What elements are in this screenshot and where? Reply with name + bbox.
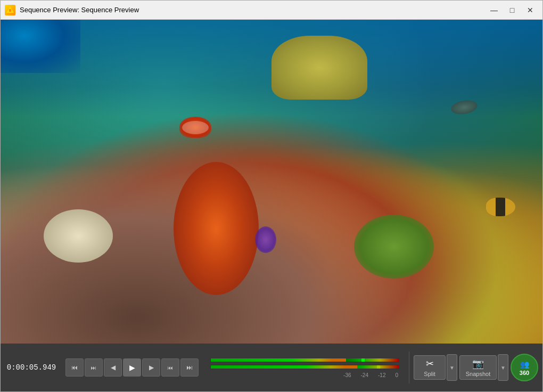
snapshot-label: Snapshot (466, 371, 490, 377)
go-to-start-button[interactable]: ⏮ (65, 358, 84, 377)
titlebar: Sequence Preview: Sequence Preview — □ ✕ (1, 1, 542, 20)
snapshot-dropdown-button[interactable]: ▼ (498, 354, 508, 381)
btn-360-label: 360 (520, 370, 529, 376)
window-title: Sequence Preview: Sequence Preview (20, 6, 486, 14)
meter-label-36: -36 (343, 372, 351, 378)
btn-360-button[interactable]: 360 (511, 354, 538, 381)
maximize-button[interactable]: □ (504, 4, 520, 17)
audio-meter-track-1 (210, 358, 399, 362)
meter-label-12: -12 (378, 372, 385, 378)
minimize-button[interactable]: — (486, 4, 502, 17)
blue-coral (1, 20, 80, 73)
main-window: Sequence Preview: Sequence Preview — □ ✕ (0, 0, 543, 392)
separator-1 (409, 352, 409, 383)
audio-meter-row-2 (210, 364, 399, 370)
video-preview-area (1, 20, 542, 344)
chevron-down-icon: ▼ (449, 365, 455, 371)
clownfish (179, 117, 211, 138)
anemone (174, 162, 259, 295)
step-forward-button[interactable]: ▶ (142, 358, 160, 377)
timecode-display: 0:00:05.949 (5, 363, 58, 372)
close-button[interactable]: ✕ (522, 4, 538, 17)
audio-meter-area: -36 -24 -12 0 (205, 357, 405, 378)
window-controls: — □ ✕ (486, 4, 538, 17)
scissors-icon: ✂ (426, 358, 434, 370)
meter-label-24: -24 (361, 372, 368, 378)
meter-label-0: 0 (395, 372, 398, 378)
purple-creature (255, 226, 276, 253)
chevron-down-icon-2: ▼ (500, 365, 506, 371)
previous-edit-button[interactable]: ⏭ (85, 358, 103, 377)
snapshot-button[interactable]: 📷 Snapshot (459, 355, 497, 380)
audio-meter-track-2 (210, 365, 399, 369)
transport-controls: ⏮ ⏭ ◀ ▶ ▶ ⏮ ⏭ (65, 358, 199, 377)
audio-meter-row-1 (210, 357, 399, 363)
split-label: Split (424, 371, 435, 377)
video-content (1, 20, 542, 344)
svg-rect-1 (9, 9, 11, 12)
app-icon (5, 5, 15, 15)
white-coral (44, 209, 113, 263)
video-frame (1, 20, 542, 344)
camera-icon: 📷 (472, 358, 484, 370)
split-dropdown-button[interactable]: ▼ (447, 354, 457, 381)
controls-bar: 0:00:05.949 ⏮ ⏭ ◀ ▶ ▶ ⏮ ⏭ (1, 344, 542, 391)
split-button[interactable]: ✂ Split (414, 355, 446, 380)
play-button[interactable]: ▶ (123, 358, 141, 377)
next-edit-button[interactable]: ⏮ (161, 358, 179, 377)
green-coral (354, 215, 434, 279)
step-back-button[interactable]: ◀ (104, 358, 122, 377)
go-to-end-button[interactable]: ⏭ (180, 358, 199, 377)
people-360-icon (520, 360, 529, 369)
